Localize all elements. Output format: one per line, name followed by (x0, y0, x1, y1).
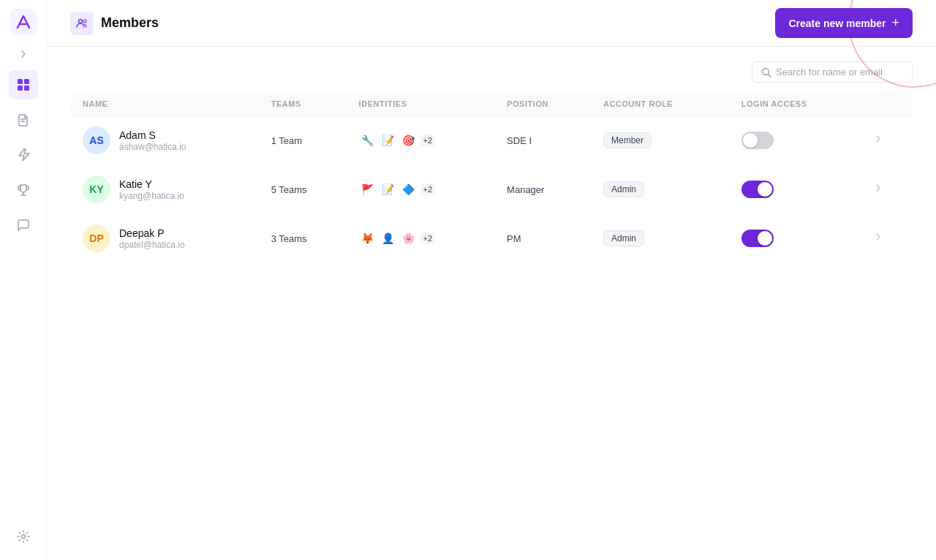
identity-more: +2 (420, 232, 436, 244)
teams-count: 5 Teams (271, 184, 307, 195)
cell-name: AS Adam S ashaw@hatica.io (71, 116, 260, 165)
login-access-toggle[interactable] (741, 132, 774, 149)
cell-teams: 1 Team (260, 116, 347, 165)
col-identities: IDENTITIES (347, 92, 495, 116)
svg-rect-0 (10, 9, 37, 35)
cell-identities: 🚩📝🔷+2 (347, 165, 495, 214)
table-row[interactable]: DP Deepak P dpatel@hatica.io 3 Teams🦊👤🌸+… (71, 214, 913, 263)
cell-role: Admin (592, 214, 730, 263)
login-access-toggle[interactable] (741, 181, 774, 198)
row-chevron-icon[interactable] (873, 135, 883, 146)
cell-teams: 5 Teams (260, 165, 347, 214)
cell-chevron[interactable] (861, 165, 912, 214)
cell-role: Admin (592, 165, 730, 214)
teams-count: 1 Team (271, 135, 302, 146)
cell-name: KY Katie Y kyang@hatica.io (71, 165, 260, 214)
member-name: Katie Y (119, 178, 184, 190)
sidebar-item-grid[interactable] (9, 70, 38, 99)
table-row[interactable]: KY Katie Y kyang@hatica.io 5 Teams🚩📝🔷+2M… (71, 165, 913, 214)
cell-name: DP Deepak P dpatel@hatica.io (71, 214, 260, 263)
cell-chevron[interactable] (861, 214, 912, 263)
sidebar-item-lightning[interactable] (9, 140, 38, 170)
create-button-plus-icon: + (891, 15, 899, 31)
svg-point-7 (83, 20, 86, 23)
avatar: DP (83, 224, 110, 252)
page-header: Members Create new member + (47, 0, 936, 47)
cell-login-access[interactable] (730, 214, 862, 263)
toggle-thumb (758, 182, 772, 197)
members-header-icon (70, 12, 94, 35)
cell-identities: 🔧📝🎯+2 (347, 116, 495, 165)
cell-position: Manager (495, 165, 592, 214)
identity-icon: 🔧 (359, 132, 377, 149)
row-chevron-icon[interactable] (873, 232, 883, 244)
col-account-role: ACCOUNT ROLE (592, 92, 730, 116)
identity-more: +2 (420, 183, 436, 195)
avatar: KY (83, 175, 110, 203)
member-email: kyang@hatica.io (119, 191, 184, 201)
sidebar-expand-button[interactable] (16, 47, 31, 61)
main-content: Members Create new member + NAME (47, 0, 936, 560)
search-icon (761, 67, 771, 77)
sidebar-item-trophy[interactable] (9, 175, 38, 205)
identity-icon: 🦊 (359, 230, 377, 247)
identity-icon: 📝 (380, 181, 397, 198)
search-bar (70, 61, 913, 83)
role-badge: Admin (603, 230, 644, 246)
member-email: ashaw@hatica.io (119, 142, 186, 152)
col-actions (861, 92, 912, 116)
cell-login-access[interactable] (730, 116, 862, 165)
position-text: PM (507, 233, 521, 244)
login-access-toggle[interactable] (741, 230, 774, 247)
create-new-member-button[interactable]: Create new member + (775, 8, 913, 38)
identity-icon: 🔷 (400, 181, 418, 198)
create-button-label: Create new member (788, 18, 886, 29)
table-header-row: NAME TEAMS IDENTITIES POSITION ACCOUNT R… (71, 92, 913, 116)
cell-position: SDE I (495, 116, 592, 165)
sidebar (0, 0, 47, 560)
role-badge: Admin (603, 181, 644, 197)
search-input[interactable] (776, 67, 903, 77)
page-title: Members (101, 15, 159, 31)
member-name: Adam S (119, 129, 186, 141)
members-table: NAME TEAMS IDENTITIES POSITION ACCOUNT R… (70, 91, 913, 263)
col-position: POSITION (495, 92, 592, 116)
cell-position: PM (495, 214, 592, 263)
svg-rect-4 (24, 86, 29, 91)
identity-more: +2 (420, 135, 436, 146)
position-text: Manager (507, 184, 544, 195)
identity-icon: 🌸 (400, 230, 418, 247)
svg-rect-1 (18, 79, 23, 84)
col-login-access: LOGIN ACCESS (730, 92, 862, 116)
cell-teams: 3 Teams (260, 214, 347, 263)
svg-point-6 (79, 19, 83, 23)
sidebar-item-chat[interactable] (9, 211, 38, 240)
identity-icon: 📝 (380, 132, 397, 149)
cell-identities: 🦊👤🌸+2 (347, 214, 495, 263)
avatar: AS (83, 126, 110, 154)
sidebar-item-document[interactable] (9, 105, 38, 135)
teams-count: 3 Teams (271, 233, 307, 244)
cell-login-access[interactable] (730, 165, 862, 214)
cell-chevron[interactable] (861, 116, 912, 165)
position-text: SDE I (507, 135, 532, 146)
toggle-thumb (743, 133, 758, 148)
search-input-wrapper[interactable] (752, 61, 913, 83)
member-name: Deepak P (119, 227, 185, 239)
table-row[interactable]: AS Adam S ashaw@hatica.io 1 Team🔧📝🎯+2SDE… (71, 116, 913, 165)
col-teams: TEAMS (260, 92, 347, 116)
app-logo[interactable] (10, 9, 37, 35)
svg-rect-3 (18, 86, 23, 91)
svg-point-5 (21, 535, 25, 539)
content-area: NAME TEAMS IDENTITIES POSITION ACCOUNT R… (47, 47, 936, 560)
header-left: Members (70, 12, 159, 35)
member-email: dpatel@hatica.io (119, 240, 185, 250)
row-chevron-icon[interactable] (873, 183, 883, 195)
sidebar-item-settings[interactable] (9, 522, 38, 551)
cell-role: Member (592, 116, 730, 165)
identity-icon: 👤 (380, 230, 397, 247)
svg-rect-2 (24, 79, 29, 84)
role-badge: Member (603, 132, 652, 148)
col-name: NAME (71, 92, 260, 116)
identity-icon: 🎯 (400, 132, 418, 149)
